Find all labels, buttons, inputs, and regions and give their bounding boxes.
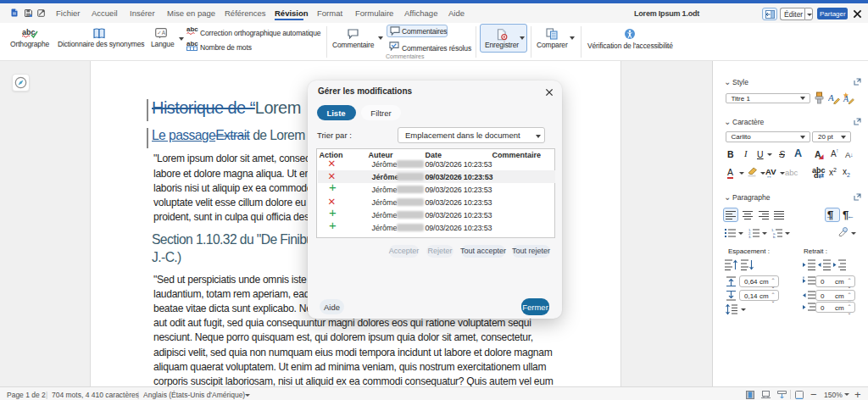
svg-text:✓A: ✓A <box>157 30 165 36</box>
svg-text:abc: abc <box>22 28 36 36</box>
svg-text:A: A <box>843 94 849 103</box>
svg-text:abc: abc <box>186 25 198 33</box>
svg-text:abc: abc <box>186 40 198 47</box>
svg-text:A: A <box>828 92 834 103</box>
svg-text:b.: b. <box>773 235 776 238</box>
svg-text:3.: 3. <box>748 235 751 238</box>
